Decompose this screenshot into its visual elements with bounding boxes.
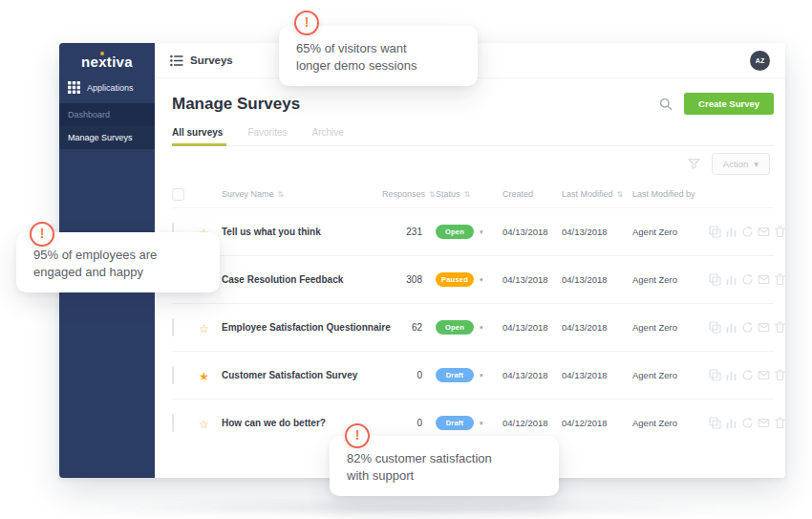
topbar-title: Surveys: [170, 54, 233, 67]
duplicate-icon[interactable]: [709, 273, 721, 286]
analytics-icon[interactable]: [725, 226, 737, 238]
responses-count: 0: [382, 370, 436, 380]
column-header-survey-name[interactable]: Survey Name ⇅: [222, 189, 382, 199]
callout-line: longer demo sessions: [296, 57, 462, 75]
analytics-icon[interactable]: [725, 321, 737, 334]
status-badge[interactable]: Draft: [436, 368, 474, 382]
favorite-star-icon[interactable]: ★: [199, 370, 209, 383]
duplicate-icon[interactable]: [709, 226, 721, 238]
callout-line: with support: [347, 467, 544, 485]
table-row: ☆ Tell us what you think 231 Open ▾ 04/1…: [172, 207, 774, 255]
status-badge[interactable]: Open: [436, 225, 474, 239]
table-row: ☆ Case Resolution Feedback 308 Paused ▾ …: [172, 255, 774, 303]
filter-icon[interactable]: [688, 158, 700, 169]
created-date: 04/13/2018: [502, 322, 562, 333]
action-button[interactable]: Action ▾: [712, 153, 770, 175]
status-caret-icon[interactable]: ▾: [480, 276, 483, 284]
search-icon[interactable]: [659, 97, 673, 111]
row-checkbox[interactable]: [172, 414, 174, 432]
row-actions: [709, 321, 792, 334]
callout-line: 95% of employees are: [33, 247, 204, 264]
brand-logo: nextiva: [59, 43, 155, 70]
survey-name[interactable]: Employee Satisfaction Questionnaire: [222, 322, 382, 333]
column-header-last-modified-by[interactable]: Last Modified by: [632, 189, 709, 199]
export-icon[interactable]: [758, 226, 770, 238]
survey-name[interactable]: Case Resolution Feedback: [222, 274, 382, 285]
row-checkbox[interactable]: [172, 318, 174, 336]
sidebar-item-dashboard[interactable]: Dashboard: [59, 103, 155, 126]
status-caret-icon[interactable]: ▾: [480, 228, 483, 236]
delete-icon[interactable]: [774, 226, 786, 238]
sort-icon[interactable]: ⇅: [617, 190, 624, 199]
duplicate-icon[interactable]: [709, 369, 721, 381]
title-row: Manage Surveys Create Survey: [172, 93, 774, 115]
sidebar-item-manage-surveys[interactable]: Manage Surveys: [59, 126, 155, 149]
status-badge[interactable]: Open: [436, 320, 474, 335]
page-title: Manage Surveys: [172, 95, 300, 114]
column-header-status[interactable]: Status ⇅: [436, 189, 502, 199]
tab-archive[interactable]: Archive: [312, 127, 344, 145]
column-header-last-modified[interactable]: Last Modified ⇅: [562, 189, 632, 199]
export-icon[interactable]: [758, 321, 770, 334]
analytics-icon[interactable]: [725, 417, 737, 429]
create-survey-button[interactable]: Create Survey: [684, 93, 774, 115]
refresh-icon[interactable]: [741, 226, 754, 238]
toolbar: Action ▾: [172, 146, 774, 181]
refresh-icon[interactable]: [741, 369, 754, 381]
sort-icon[interactable]: ⇅: [464, 190, 471, 199]
modified-by: Agent Zero: [632, 274, 709, 285]
tab-favorites[interactable]: Favorites: [247, 127, 287, 145]
created-date: 04/13/2018: [502, 274, 562, 285]
column-header-responses[interactable]: Responses ⇅: [382, 189, 436, 199]
callout-line: 65% of visitors want: [296, 40, 462, 57]
export-icon[interactable]: [758, 417, 770, 429]
export-icon[interactable]: [758, 273, 770, 286]
survey-name[interactable]: Customer Satisfaction Survey: [222, 370, 382, 380]
callout-demo-sessions: ! 65% of visitors want longer demo sessi…: [279, 26, 478, 86]
refresh-icon[interactable]: [741, 417, 754, 429]
modified-date: 04/12/2018: [562, 418, 632, 428]
row-actions: [709, 417, 792, 429]
brand-logo-dot: [100, 52, 104, 55]
favorite-star-icon[interactable]: ☆: [199, 322, 209, 335]
status-caret-icon[interactable]: ▾: [480, 420, 483, 427]
duplicate-icon[interactable]: [709, 321, 721, 334]
action-button-label: Action: [723, 159, 748, 169]
apps-grid-icon: [68, 81, 80, 94]
analytics-icon[interactable]: [725, 273, 737, 286]
sidebar-item-applications[interactable]: Applications: [59, 70, 155, 103]
survey-name[interactable]: Tell us what you think: [222, 227, 382, 237]
status-badge[interactable]: Draft: [436, 416, 474, 430]
alert-icon: !: [30, 222, 54, 247]
refresh-icon[interactable]: [741, 273, 754, 286]
sort-icon[interactable]: ⇅: [429, 190, 436, 199]
analytics-icon[interactable]: [725, 369, 737, 381]
refresh-icon[interactable]: [741, 321, 754, 334]
select-all-checkbox[interactable]: [172, 188, 184, 201]
callout-line: 82% customer satisfaction: [347, 450, 544, 467]
table-row: ☆ Employee Satisfaction Questionnaire 62…: [172, 303, 774, 351]
delete-icon[interactable]: [774, 417, 786, 429]
modified-date: 04/13/2018: [562, 274, 632, 285]
column-header-created[interactable]: Created: [502, 189, 562, 199]
table-row: ★ Customer Satisfaction Survey 0 Draft ▾…: [172, 351, 774, 399]
row-checkbox[interactable]: [172, 366, 174, 384]
duplicate-icon[interactable]: [709, 417, 721, 429]
delete-icon[interactable]: [774, 321, 786, 334]
status-badge[interactable]: Paused: [436, 272, 474, 287]
sort-icon[interactable]: ⇅: [278, 190, 285, 199]
row-actions: [709, 226, 792, 238]
callout-employee-engagement: ! 95% of employees are engaged and happy: [16, 232, 220, 292]
delete-icon[interactable]: [774, 273, 786, 286]
delete-icon[interactable]: [774, 369, 786, 381]
favorite-star-icon[interactable]: ☆: [199, 418, 209, 431]
status-caret-icon[interactable]: ▾: [480, 324, 483, 332]
status-caret-icon[interactable]: ▾: [480, 372, 483, 379]
export-icon[interactable]: [758, 369, 770, 381]
avatar[interactable]: AZ: [750, 51, 770, 71]
tab-all-surveys[interactable]: All surveys: [172, 127, 223, 145]
responses-count: 231: [382, 227, 436, 237]
caret-down-icon: ▾: [754, 159, 759, 169]
modified-by: Agent Zero: [632, 322, 709, 333]
title-actions: Create Survey: [659, 93, 774, 115]
